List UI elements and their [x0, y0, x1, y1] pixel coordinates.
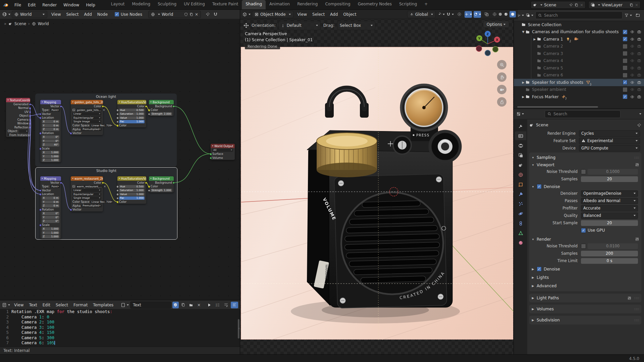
- properties-tab-data[interactable]: [515, 229, 526, 237]
- properties-tab-object[interactable]: [515, 180, 526, 189]
- socket-p[interactable]: [39, 113, 42, 116]
- socket-p[interactable]: [29, 119, 32, 121]
- code-line[interactable]: 6 Camera 5: 300: [0, 335, 240, 341]
- socket-gr[interactable]: [116, 189, 119, 192]
- viewport-subpanel-header[interactable]: ▾Viewport: [531, 162, 639, 168]
- socket-g[interactable]: [210, 153, 212, 156]
- viewport-menu-view[interactable]: View: [295, 12, 310, 17]
- editor-type-icon[interactable]: [2, 303, 10, 307]
- node-value-field[interactable]: Y0 m: [42, 200, 59, 204]
- disable-render-icon[interactable]: [637, 52, 641, 56]
- xray-toggle-icon[interactable]: [483, 11, 490, 18]
- prop-select[interactable]: OpenImageDenoise: [581, 190, 638, 197]
- prop-slider[interactable]: 20: [581, 220, 638, 226]
- hide-eye-icon[interactable]: [630, 80, 635, 84]
- socket-g[interactable]: [210, 157, 212, 160]
- denoise-checkbox[interactable]: ✓: [537, 184, 542, 189]
- lock-view-button[interactable]: [497, 97, 506, 107]
- prop-select[interactable]: Accurate: [581, 205, 638, 212]
- properties-tab-viewlayer[interactable]: [515, 151, 526, 160]
- socket-p[interactable]: [39, 193, 42, 196]
- disable-render-icon[interactable]: [637, 80, 641, 84]
- hsv-node-studio-header[interactable]: Hue/Saturation/Value: [117, 176, 146, 181]
- menu-window[interactable]: Window: [60, 0, 83, 10]
- pivot-icon[interactable]: [437, 11, 445, 18]
- expand-icon[interactable]: ▶: [533, 38, 537, 41]
- node-select[interactable]: Equirectangular: [72, 193, 101, 196]
- run-script-button[interactable]: [206, 302, 213, 308]
- shader-menu-view[interactable]: View: [49, 12, 63, 17]
- socket-gr[interactable]: [116, 121, 119, 123]
- shader-menu-select[interactable]: Select: [63, 12, 81, 17]
- expand-icon[interactable]: ▶: [521, 81, 525, 84]
- workspace-tab-animation[interactable]: Animation: [266, 0, 293, 10]
- options-button[interactable]: Options: [483, 21, 509, 28]
- hide-eye-icon[interactable]: [630, 52, 635, 56]
- socket-p[interactable]: [29, 111, 32, 114]
- workspace-tab-geometry-nodes[interactable]: Geometry Nodes: [354, 0, 395, 10]
- workspace-tab-rendering[interactable]: Rendering: [293, 0, 321, 10]
- properties-tab-physics[interactable]: [515, 209, 526, 218]
- shader-menu-node[interactable]: Node: [95, 12, 110, 17]
- node-value-field[interactable]: Z1.000: [42, 235, 59, 238]
- node-value-field[interactable]: Z1.000: [42, 159, 59, 162]
- texture-coordinate-node[interactable]: TextureCoordinateGeneratedNormalUVObject…: [6, 98, 30, 137]
- use-nodes-checkbox[interactable]: ✓: [114, 12, 119, 17]
- outliner-search[interactable]: Search: [535, 11, 623, 19]
- code-line[interactable]: 5 Camera 4: 150: [0, 330, 240, 335]
- outliner-row-camera-6[interactable]: Camera 6: [514, 72, 644, 79]
- shader-type-dropdown[interactable]: World: [12, 11, 47, 18]
- exclude-checkbox[interactable]: [623, 73, 628, 78]
- fake-user-shield-icon[interactable]: [184, 12, 188, 16]
- mapping-node-studio[interactable]: MappingVectorType:PointVectorLocationX0 …: [40, 176, 61, 239]
- render-subpanel-header[interactable]: ▾Render: [531, 236, 639, 242]
- node-value-field[interactable]: Z0 m: [42, 128, 59, 131]
- outliner-row-camera-2[interactable]: Camera 2: [514, 43, 644, 50]
- menu-render[interactable]: Render: [39, 0, 60, 10]
- transform-orientation-dropdown[interactable]: Global: [407, 11, 436, 18]
- node-value-field[interactable]: Strength1.000: [151, 189, 172, 192]
- code-line[interactable]: 4 Camera 3: 100: [0, 325, 240, 330]
- node-select[interactable]: All: [212, 148, 233, 152]
- socket-p[interactable]: [29, 107, 32, 110]
- prop-slider[interactable]: 0 s: [581, 258, 638, 264]
- hide-eye-icon[interactable]: [630, 95, 635, 99]
- node-select[interactable]: Equirectangular: [72, 116, 101, 120]
- code-line[interactable]: 3 Camera 2: 100: [0, 319, 240, 325]
- socket-gr[interactable]: [148, 189, 151, 192]
- socket-gr[interactable]: [116, 197, 119, 200]
- scene-selector[interactable]: Scene ×: [531, 1, 586, 9]
- image-name-field[interactable]: warm_restaurant_…: [76, 185, 103, 188]
- text-editor-body[interactable]: 1Rotation .EXR map for the studio shoots…: [0, 309, 240, 347]
- node-value-field[interactable]: Saturation1.000: [119, 189, 145, 192]
- pin-icon[interactable]: [637, 123, 641, 127]
- sliders-icon[interactable]: [627, 296, 632, 300]
- socket-p[interactable]: [39, 189, 42, 192]
- workspace-tab-layout[interactable]: Layout: [107, 0, 128, 10]
- background-node-ocean-header[interactable]: Background: [149, 100, 174, 104]
- mode-dropdown[interactable]: Object Mode: [252, 11, 293, 18]
- shader-menu-add[interactable]: Add: [82, 12, 95, 17]
- viewport-menu-add[interactable]: Add: [327, 12, 340, 17]
- background-node-studio-header[interactable]: Background: [149, 176, 174, 181]
- outliner-row-speaker-ambient[interactable]: Speaker ambient: [514, 86, 644, 94]
- hide-eye-icon[interactable]: [630, 87, 635, 92]
- hide-eye-icon[interactable]: [630, 44, 635, 48]
- viewport-3d[interactable]: Object Mode ViewSelectAddObject Global: [240, 10, 514, 354]
- socket-gr[interactable]: [116, 113, 119, 116]
- node-value-field[interactable]: Hue0.500: [119, 185, 145, 188]
- disable-render-icon[interactable]: [637, 37, 641, 41]
- show-gizmo-icon[interactable]: [465, 11, 472, 18]
- panel-grip-icon[interactable]: ∷∷: [634, 307, 639, 311]
- disable-render-icon[interactable]: [637, 44, 641, 48]
- socket-p[interactable]: [29, 115, 32, 117]
- socket-gr[interactable]: [116, 117, 119, 119]
- hide-eye-icon[interactable]: [630, 59, 635, 63]
- background-node-ocean[interactable]: BackgroundBackgroundColorStrength2.000: [149, 100, 174, 116]
- socket-p[interactable]: [39, 117, 42, 119]
- camera-view[interactable]: CREATED IN CHINA VOLUME WARNING: [241, 47, 513, 340]
- node-value-field[interactable]: Y1.000: [42, 155, 59, 158]
- exclude-checkbox[interactable]: ✓: [623, 37, 628, 42]
- node-value-field[interactable]: Fac1.000: [119, 120, 145, 123]
- outliner-row-speaker-for-studio-shoots[interactable]: ▶Speaker for studio shoots3✓: [514, 79, 644, 86]
